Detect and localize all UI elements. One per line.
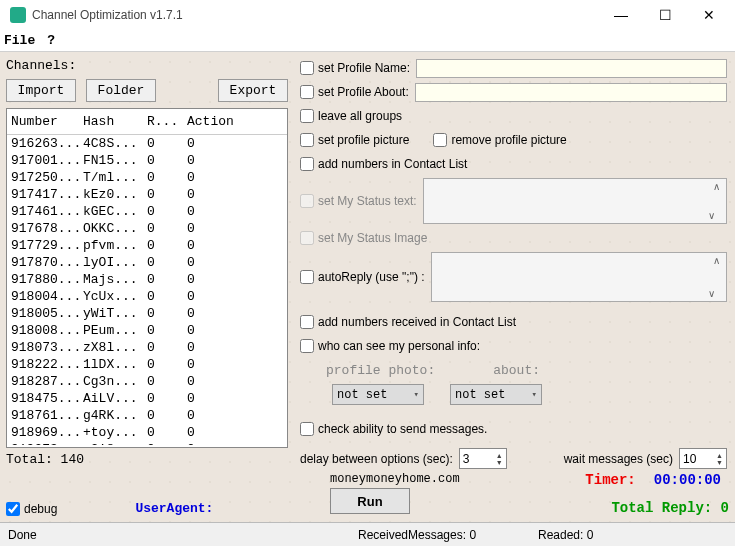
options-panel: set Profile Name: set Profile About: lea… (300, 58, 727, 443)
about-label: about: (493, 363, 540, 378)
wait-label: wait messages (sec) (564, 452, 673, 466)
about-combo[interactable]: not set▾ (450, 384, 542, 405)
opt-remove-pic[interactable]: remove profile picture (433, 133, 566, 147)
debug-row: debug UserAgent: (6, 501, 213, 516)
minimize-button[interactable]: — (599, 1, 643, 29)
table-row[interactable]: 918761...g4RK...00 (7, 407, 287, 424)
main-area: Channels: Import Folder Export Number Ha… (0, 52, 735, 522)
delay-label: delay between options (sec): (300, 452, 453, 466)
profile-photo-combo[interactable]: not set▾ (332, 384, 424, 405)
profile-about-input[interactable] (415, 83, 727, 102)
title-bar: Channel Optimization v1.7.1 — ☐ ✕ (0, 0, 735, 30)
status-read: Readed: 0 (538, 528, 727, 542)
table-row[interactable]: 917880...Majs...00 (7, 271, 287, 288)
table-row[interactable]: 917001...FN15...00 (7, 152, 287, 169)
opt-add-contacts[interactable]: add numbers in Contact List (300, 157, 467, 171)
table-row[interactable]: 918475...AiLV...00 (7, 390, 287, 407)
table-row[interactable]: 919073...o2i8...00 (7, 441, 287, 445)
table-row[interactable]: 917729...pfvm...00 (7, 237, 287, 254)
app-icon (10, 7, 26, 23)
window-title: Channel Optimization v1.7.1 (32, 8, 599, 22)
status-bar: Done ReceivedMessages: 0 Readed: 0 (0, 522, 735, 546)
grid-body[interactable]: 916263...4C8S...00917001...FN15...009172… (7, 135, 287, 445)
opt-status-image: set My Status Image (300, 231, 427, 245)
channels-label: Channels: (6, 58, 288, 73)
opt-personal-info[interactable]: who can see my personal info: (300, 339, 480, 353)
chevron-down-icon: ▾ (414, 389, 419, 400)
table-row[interactable]: 918969...+toy...00 (7, 424, 287, 441)
status-done: Done (8, 528, 358, 542)
profile-name-input[interactable] (416, 59, 727, 78)
debug-checkbox[interactable]: debug (6, 502, 57, 516)
channels-grid[interactable]: Number Hash R... Action 916263...4C8S...… (6, 108, 288, 448)
table-row[interactable]: 918008...PEum...00 (7, 322, 287, 339)
total-label: Total: 140 (6, 452, 288, 467)
col-action[interactable]: Action (187, 114, 283, 129)
timer: Timer:00:00:00 (585, 472, 721, 488)
table-row[interactable]: 917417...kEz0...00 (7, 186, 287, 203)
channel-buttons: Import Folder Export (6, 79, 288, 102)
col-hash[interactable]: Hash (83, 114, 147, 129)
folder-button[interactable]: Folder (86, 79, 156, 102)
opt-leave-groups[interactable]: leave all groups (300, 109, 402, 123)
useragent-label: UserAgent: (135, 501, 213, 516)
opt-add-received[interactable]: add numbers received in Contact List (300, 315, 516, 329)
table-row[interactable]: 917461...kGEC...00 (7, 203, 287, 220)
table-row[interactable]: 918004...YcUx...00 (7, 288, 287, 305)
table-row[interactable]: 918073...zX8l...00 (7, 339, 287, 356)
table-row[interactable]: 917678...OKKC...00 (7, 220, 287, 237)
table-row[interactable]: 918287...Cg3n...00 (7, 373, 287, 390)
status-received: ReceivedMessages: 0 (358, 528, 538, 542)
import-button[interactable]: Import (6, 79, 76, 102)
opt-set-pic[interactable]: set profile picture (300, 133, 409, 147)
close-button[interactable]: ✕ (687, 1, 731, 29)
col-r[interactable]: R... (147, 114, 187, 129)
spinner-arrows[interactable]: ▲▼ (496, 452, 503, 466)
export-button[interactable]: Export (218, 79, 288, 102)
opt-check-ability[interactable]: check ability to send messages. (300, 422, 487, 436)
profile-photo-label: profile photo: (326, 363, 435, 378)
table-row[interactable]: 918005...yWiT...00 (7, 305, 287, 322)
opt-status-text: set My Status text: (300, 194, 417, 208)
grid-header: Number Hash R... Action (7, 109, 287, 135)
chevron-down-icon: ▾ (532, 389, 537, 400)
menu-help[interactable]: ? (47, 33, 55, 48)
table-row[interactable]: 917870...lyOI...00 (7, 254, 287, 271)
col-number[interactable]: Number (11, 114, 83, 129)
auto-reply-area[interactable]: ∧∨ (431, 252, 727, 302)
delay-spinner[interactable]: 3▲▼ (459, 448, 507, 469)
wait-spinner[interactable]: 10▲▼ (679, 448, 727, 469)
opt-profile-about[interactable]: set Profile About: (300, 85, 409, 99)
status-text-area: ∧∨ (423, 178, 727, 224)
spinner-arrows[interactable]: ▲▼ (716, 452, 723, 466)
total-reply: Total Reply: 0 (611, 500, 729, 516)
opt-profile-name[interactable]: set Profile Name: (300, 61, 410, 75)
opt-auto-reply[interactable]: autoReply (use ";") : (300, 270, 425, 284)
left-panel: Channels: Import Folder Export Number Ha… (6, 58, 288, 467)
maximize-button[interactable]: ☐ (643, 1, 687, 29)
table-row[interactable]: 916263...4C8S...00 (7, 135, 287, 152)
delay-row: delay between options (sec): 3▲▼ wait me… (300, 448, 727, 469)
run-button[interactable]: Run (330, 488, 410, 514)
menu-bar: File ? (0, 30, 735, 52)
table-row[interactable]: 917250...T/ml...00 (7, 169, 287, 186)
menu-file[interactable]: File (4, 33, 35, 48)
table-row[interactable]: 918222...1lDX...00 (7, 356, 287, 373)
